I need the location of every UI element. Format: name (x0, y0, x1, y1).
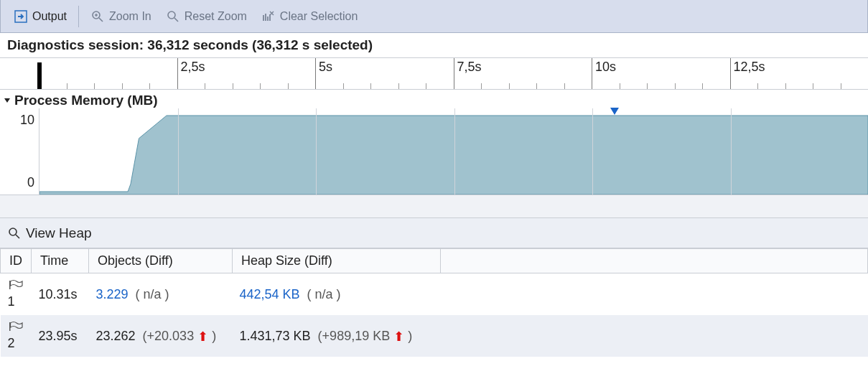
row-time: 23.95s (32, 315, 89, 357)
reset-zoom-label: Reset Zoom (185, 10, 247, 23)
tick-major: 7,5s (454, 58, 454, 89)
chart-gridline (592, 108, 593, 195)
arrow-right-icon (14, 9, 28, 24)
row-id: 1 (8, 294, 15, 309)
chart-area[interactable] (39, 108, 868, 195)
tick-minor (620, 83, 620, 89)
chart-gridline (178, 108, 179, 195)
tick-minor (149, 83, 150, 89)
toolbar: Output Zoom In Reset Zoom Clear Selectio… (0, 0, 868, 33)
zoom-in-label: Zoom In (109, 10, 151, 23)
timeline-ruler[interactable]: 2,5s5s7,5s10s12,5s (0, 58, 868, 90)
tick-minor (426, 83, 426, 89)
chart-title: Process Memory (MB) (14, 93, 158, 108)
clear-selection-label: Clear Selection (280, 10, 358, 23)
row-objects[interactable]: 3.229 (96, 287, 129, 301)
tick-minor (564, 83, 565, 89)
session-info: Diagnostics session: 36,312 seconds (36,… (0, 33, 868, 58)
tick-minor (509, 83, 510, 89)
svg-point-7 (9, 228, 17, 235)
row-heap[interactable]: 1.431,73 KB (240, 329, 311, 343)
tick-minor (67, 83, 67, 89)
tick-minor (205, 83, 205, 89)
chart-title-row: Process Memory (MB) (0, 90, 868, 108)
tick-major: 12,5s (730, 58, 731, 89)
tick-minor (288, 83, 289, 89)
table-row[interactable]: 110.31s3.229 ( n/a )442,54 KB ( n/a ) (1, 273, 868, 316)
output-label: Output (32, 10, 67, 23)
snapshots-table: ID Time Objects (Diff) Heap Size (Diff) … (0, 248, 868, 357)
tick-major: 10s (592, 58, 592, 89)
tick-minor (675, 83, 676, 89)
tick-minor (94, 83, 95, 89)
view-heap-label: View Heap (26, 225, 92, 241)
zoom-in-icon (90, 9, 105, 24)
col-heap[interactable]: Heap Size (Diff) (233, 249, 441, 273)
svg-point-5 (168, 11, 175, 19)
row-id: 2 (8, 336, 15, 350)
tick-label: 10s (595, 60, 616, 75)
zoom-in-button[interactable]: Zoom In (83, 6, 159, 27)
tick-major: 2,5s (177, 58, 178, 89)
tick-minor (370, 83, 371, 89)
memory-chart: 10 0 (0, 108, 868, 195)
tick-label: 5s (319, 60, 332, 75)
arrow-up-icon: ⬆ (197, 329, 208, 345)
reset-zoom-button[interactable]: Reset Zoom (159, 6, 254, 27)
y-max: 10 (20, 113, 34, 128)
col-time[interactable]: Time (32, 249, 89, 273)
table-row[interactable]: 223.95s23.262 (+20.033 ⬆ )1.431,73 KB (+… (1, 315, 868, 357)
tick-label: 7,5s (457, 60, 482, 75)
tick-minor (122, 83, 123, 89)
tick-minor (343, 83, 344, 89)
row-heap-diff: ( n/a ) (307, 287, 341, 301)
view-heap-bar[interactable]: View Heap (0, 218, 868, 248)
chart-gridline (731, 108, 732, 195)
row-heap[interactable]: 442,54 KB (240, 287, 300, 301)
flag-icon (8, 321, 24, 335)
search-icon (7, 226, 22, 240)
tick-minor (481, 83, 482, 89)
row-objects[interactable]: 23.262 (96, 329, 136, 343)
tick-label: 12,5s (734, 60, 765, 75)
collapse-icon[interactable] (3, 93, 11, 108)
clear-selection-button[interactable]: Clear Selection (254, 6, 365, 27)
tick-minor (647, 83, 648, 89)
tick-minor (260, 83, 261, 89)
tick-major: 5s (315, 58, 316, 89)
svg-line-8 (16, 235, 19, 238)
flag-icon (8, 279, 24, 294)
col-objects[interactable]: Objects (Diff) (89, 249, 233, 273)
svg-line-2 (99, 18, 103, 22)
col-spacer (441, 249, 868, 273)
arrow-up-icon: ⬆ (393, 329, 404, 345)
tick-label: 2,5s (181, 60, 205, 75)
row-time: 10.31s (32, 273, 89, 316)
row-objects-diff: ( n/a ) (136, 287, 169, 301)
tick-minor (233, 83, 233, 89)
output-button[interactable]: Output (6, 6, 74, 27)
tick-minor (841, 83, 841, 89)
y-min: 0 (27, 175, 34, 190)
tick-minor (398, 83, 399, 89)
clear-selection-icon (261, 9, 276, 24)
tick-minor (757, 83, 758, 89)
col-id[interactable]: ID (1, 249, 32, 273)
reset-zoom-icon (166, 9, 180, 24)
chart-y-axis: 10 0 (0, 108, 39, 195)
chart-gridline (316, 108, 317, 195)
tick-minor (536, 83, 537, 89)
chart-gridline (454, 108, 455, 195)
toolbar-separator (78, 6, 79, 27)
svg-line-6 (174, 18, 178, 22)
tick-minor (702, 83, 703, 89)
snapshot-marker-icon[interactable] (610, 107, 620, 116)
table-header-row: ID Time Objects (Diff) Heap Size (Diff) (1, 249, 868, 273)
row-heap-diff: (+989,19 KB ⬆ ) (318, 329, 413, 343)
gap (0, 195, 868, 218)
row-objects-diff: (+20.033 ⬆ ) (143, 329, 217, 343)
tick-minor (813, 83, 813, 89)
tick-minor (785, 83, 786, 89)
